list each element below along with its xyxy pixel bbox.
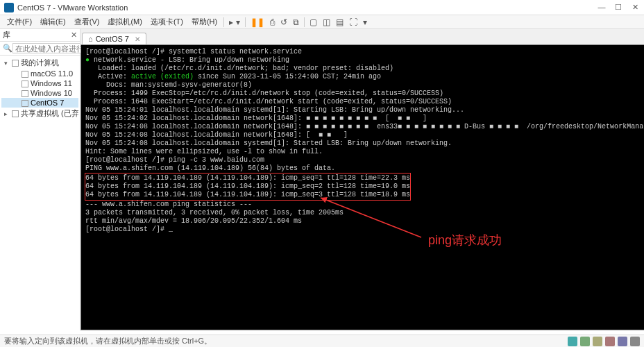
terminal-line: 64 bytes from 14.119.104.189 (14.119.104…	[85, 174, 410, 183]
stretch-button[interactable]: ⛶	[346, 17, 360, 27]
terminal-line: [root@localhost /]# systemctl status net…	[85, 48, 644, 56]
device-icon[interactable]	[618, 337, 627, 346]
status-text: 要将输入定向到该虚拟机，请在虚拟机内部单击或按 Ctrl+G。	[4, 336, 212, 346]
device-icon[interactable]	[593, 337, 602, 346]
terminal-line: Nov 05 15:24:08 localhost.localdomain sy…	[85, 139, 644, 148]
library-sidebar: 库 ✕ 🔍 ▾ ▾我的计算机macOS 11.0Windows 11Window…	[0, 29, 80, 330]
search-icon[interactable]: 🔍	[3, 44, 12, 53]
annotation-text: ping请求成功	[428, 236, 502, 244]
unity-button[interactable]: ◫	[320, 17, 333, 27]
thumbnail-button[interactable]: ▤	[333, 17, 346, 27]
pause-button[interactable]: ❚❚	[248, 17, 267, 27]
tree-node[interactable]: ▸共享虚拟机 (已弃用)	[1, 108, 78, 119]
sidebar-close-icon[interactable]: ✕	[71, 31, 77, 40]
terminal-line: PING www.a.shifen.com (14.119.104.189) 5…	[85, 164, 644, 173]
terminal-line: Hint: Some lines were ellipsized, use -l…	[85, 148, 644, 156]
close-button[interactable]: ✕	[630, 3, 640, 12]
tree-node[interactable]: Windows 10	[1, 88, 78, 98]
menu-view[interactable]: 查看(V)	[70, 17, 104, 27]
terminal-line: ● network.service - LSB: Bring up/down n…	[85, 56, 644, 65]
terminal-line: Process: 1648 ExecStart=/etc/rc.d/init.d…	[85, 98, 644, 106]
vm-tree: ▾我的计算机macOS 11.0Windows 11Windows 10Cent…	[0, 56, 80, 330]
tab-close-icon[interactable]: ✕	[135, 35, 140, 43]
tab-centos7[interactable]: ⌂ CentOS 7 ✕	[82, 33, 146, 44]
window-title: CentOS 7 - VMware Workstation	[17, 3, 597, 12]
terminal-line: [root@localhost /]# ping -c 3 www.baidu.…	[85, 156, 644, 164]
app-logo-icon	[4, 3, 14, 12]
power-dropdown-button[interactable]: ▸ ▾	[226, 17, 242, 27]
tree-node[interactable]: Windows 11	[1, 78, 78, 88]
terminal-line: 64 bytes from 14.119.104.189 (14.119.104…	[85, 183, 410, 191]
tree-node[interactable]: ▾我的计算机	[1, 57, 78, 69]
revert-button[interactable]: ↺	[278, 17, 290, 27]
terminal-line: Nov 05 15:24:08 localhost.localdomain ne…	[85, 131, 644, 139]
terminal-line: Process: 1499 ExecStop=/etc/rc.d/init.d/…	[85, 90, 644, 98]
snapshot-button[interactable]: ⎙	[267, 17, 278, 27]
menu-help[interactable]: 帮助(H)	[187, 17, 221, 27]
menu-file[interactable]: 文件(F)	[3, 17, 36, 27]
manage-snapshots-button[interactable]: ⧉	[290, 17, 302, 27]
home-icon: ⌂	[88, 35, 93, 43]
svg-line-0	[321, 198, 421, 237]
fullscreen-button[interactable]: ▢	[307, 17, 320, 27]
menu-edit[interactable]: 编辑(E)	[36, 17, 70, 27]
tree-node[interactable]: macOS 11.0	[1, 69, 78, 78]
minimize-button[interactable]: —	[597, 3, 607, 12]
menu-bar: 文件(F) 编辑(E) 查看(V) 虚拟机(M) 选项卡(T) 帮助(H) ▸ …	[0, 15, 644, 29]
settings-dropdown-button[interactable]: ▾	[360, 17, 370, 27]
device-icon[interactable]	[580, 337, 590, 346]
menu-vm[interactable]: 虚拟机(M)	[103, 17, 146, 27]
terminal-line: Docs: man:systemd-sysv-generator(8)	[85, 81, 644, 90]
maximize-button[interactable]: ☐	[613, 3, 623, 12]
device-icon[interactable]	[568, 337, 577, 346]
terminal-line: Nov 05 15:24:02 localhost.localdomain ne…	[85, 115, 644, 123]
main-area: ⌂ CentOS 7 ✕ [root@localhost /]# systemc…	[80, 29, 644, 330]
device-icon[interactable]	[605, 337, 615, 346]
device-icon[interactable]	[630, 337, 640, 346]
terminal-line: Active: active (exited) since Sun 2023-1…	[85, 73, 644, 81]
terminal-line: Nov 05 15:24:01 localhost.localdomain sy…	[85, 106, 644, 115]
tab-label: CentOS 7	[96, 35, 129, 43]
sidebar-title: 库	[3, 30, 10, 40]
status-bar: 要将输入定向到该虚拟机，请在虚拟机内部单击或按 Ctrl+G。	[0, 335, 644, 347]
annotation-arrow-icon	[317, 194, 428, 243]
menu-tabs[interactable]: 选项卡(T)	[146, 17, 187, 27]
tab-bar: ⌂ CentOS 7 ✕	[80, 29, 644, 44]
tree-node[interactable]: CentOS 7	[1, 98, 78, 108]
vm-terminal[interactable]: [root@localhost /]# systemctl status net…	[80, 44, 644, 330]
terminal-line: Loaded: loaded (/etc/rc.d/init.d/network…	[85, 65, 644, 73]
terminal-line: Nov 05 15:24:08 localhost.localdomain ne…	[85, 123, 644, 131]
title-bar: CentOS 7 - VMware Workstation — ☐ ✕	[0, 0, 644, 15]
